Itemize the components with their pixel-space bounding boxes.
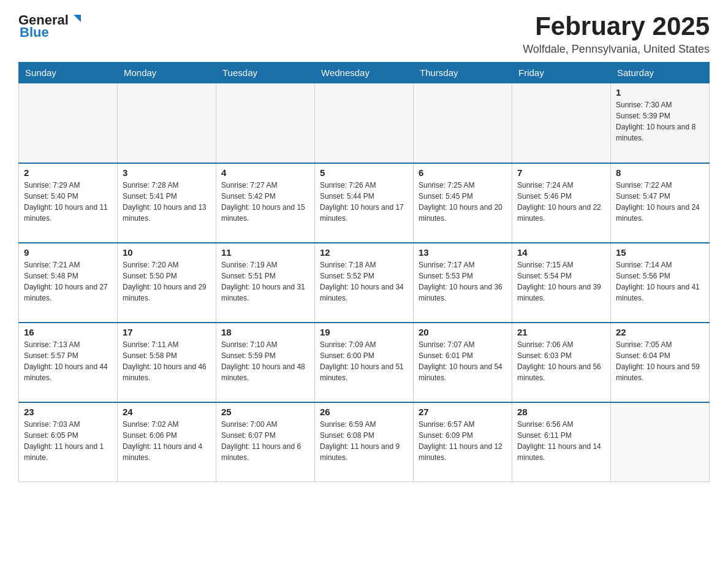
day-number: 22 [616, 327, 704, 337]
table-row: 15Sunrise: 7:14 AMSunset: 5:56 PMDayligh… [611, 243, 710, 323]
day-number: 4 [221, 167, 309, 178]
day-info: Sunrise: 7:20 AMSunset: 5:50 PMDaylight:… [123, 259, 211, 304]
daylight-text: Daylight: 10 hours and 56 minutes. [517, 361, 605, 383]
table-row: 8Sunrise: 7:22 AMSunset: 5:47 PMDaylight… [611, 163, 710, 243]
table-row: 5Sunrise: 7:26 AMSunset: 5:44 PMDaylight… [315, 163, 414, 243]
day-number: 14 [517, 247, 605, 258]
sunrise-text: Sunrise: 7:03 AM [24, 419, 112, 430]
day-info: Sunrise: 7:02 AMSunset: 6:06 PMDaylight:… [123, 419, 211, 463]
sunrise-text: Sunrise: 7:14 AM [616, 259, 704, 270]
table-row: 20Sunrise: 7:07 AMSunset: 6:01 PMDayligh… [414, 323, 512, 402]
table-row: 10Sunrise: 7:20 AMSunset: 5:50 PMDayligh… [118, 243, 216, 323]
day-info: Sunrise: 7:09 AMSunset: 6:00 PMDaylight:… [320, 339, 408, 383]
title-block: February 2025 Wolfdale, Pennsylvania, Un… [523, 12, 710, 56]
calendar-week-row: 2Sunrise: 7:29 AMSunset: 5:40 PMDaylight… [19, 163, 710, 243]
table-row [414, 83, 512, 163]
daylight-text: Daylight: 10 hours and 27 minutes. [24, 282, 112, 304]
calendar-week-row: 16Sunrise: 7:13 AMSunset: 5:57 PMDayligh… [19, 323, 710, 402]
table-row: 16Sunrise: 7:13 AMSunset: 5:57 PMDayligh… [19, 323, 118, 402]
month-title: February 2025 [523, 12, 710, 40]
table-row: 23Sunrise: 7:03 AMSunset: 6:05 PMDayligh… [19, 402, 118, 482]
daylight-text: Daylight: 10 hours and 41 minutes. [616, 282, 704, 304]
daylight-text: Daylight: 10 hours and 24 minutes. [616, 202, 704, 224]
day-number: 1 [616, 87, 704, 98]
day-number: 6 [419, 167, 507, 178]
day-info: Sunrise: 7:25 AMSunset: 5:45 PMDaylight:… [419, 180, 507, 224]
sunset-text: Sunset: 5:40 PM [24, 191, 112, 202]
sunrise-text: Sunrise: 7:15 AM [517, 259, 605, 270]
day-info: Sunrise: 7:06 AMSunset: 6:03 PMDaylight:… [517, 339, 605, 383]
sunrise-text: Sunrise: 7:30 AM [616, 99, 704, 110]
sunset-text: Sunset: 5:52 PM [320, 270, 408, 282]
sunset-text: Sunset: 5:48 PM [24, 270, 112, 282]
sunset-text: Sunset: 5:46 PM [517, 191, 605, 202]
sunrise-text: Sunrise: 7:29 AM [24, 180, 112, 191]
table-row: 4Sunrise: 7:27 AMSunset: 5:42 PMDaylight… [216, 163, 315, 243]
sunrise-text: Sunrise: 7:06 AM [517, 339, 605, 350]
day-number: 21 [517, 327, 605, 337]
day-info: Sunrise: 7:17 AMSunset: 5:53 PMDaylight:… [419, 259, 507, 304]
sunset-text: Sunset: 6:05 PM [24, 430, 112, 441]
sunset-text: Sunset: 5:53 PM [419, 270, 507, 282]
sunset-text: Sunset: 5:51 PM [221, 270, 309, 282]
sunrise-text: Sunrise: 7:10 AM [221, 339, 309, 350]
sunset-text: Sunset: 5:39 PM [616, 110, 704, 121]
daylight-text: Daylight: 10 hours and 34 minutes. [320, 282, 408, 304]
table-row: 3Sunrise: 7:28 AMSunset: 5:41 PMDaylight… [118, 163, 216, 243]
daylight-text: Daylight: 10 hours and 8 minutes. [616, 121, 704, 144]
day-info: Sunrise: 7:27 AMSunset: 5:42 PMDaylight:… [221, 180, 309, 224]
day-info: Sunrise: 7:28 AMSunset: 5:41 PMDaylight:… [123, 180, 211, 224]
logo: General Blue [18, 12, 83, 40]
calendar-table: Sunday Monday Tuesday Wednesday Thursday… [18, 62, 710, 482]
table-row [118, 83, 216, 163]
sunset-text: Sunset: 5:45 PM [419, 191, 507, 202]
table-row: 7Sunrise: 7:24 AMSunset: 5:46 PMDaylight… [512, 163, 611, 243]
sunset-text: Sunset: 5:50 PM [123, 270, 211, 282]
daylight-text: Daylight: 11 hours and 12 minutes. [419, 441, 507, 463]
day-info: Sunrise: 7:14 AMSunset: 5:56 PMDaylight:… [616, 259, 704, 304]
table-row: 17Sunrise: 7:11 AMSunset: 5:58 PMDayligh… [118, 323, 216, 402]
header-monday: Monday [118, 63, 216, 83]
sunrise-text: Sunrise: 7:07 AM [419, 339, 507, 350]
day-info: Sunrise: 6:57 AMSunset: 6:09 PMDaylight:… [419, 419, 507, 463]
day-number: 2 [24, 167, 112, 178]
sunrise-text: Sunrise: 7:09 AM [320, 339, 408, 350]
sunset-text: Sunset: 6:08 PM [320, 430, 408, 441]
day-number: 25 [221, 407, 309, 417]
daylight-text: Daylight: 11 hours and 4 minutes. [123, 441, 211, 463]
table-row [611, 402, 710, 482]
day-info: Sunrise: 7:15 AMSunset: 5:54 PMDaylight:… [517, 259, 605, 304]
day-info: Sunrise: 7:26 AMSunset: 5:44 PMDaylight:… [320, 180, 408, 224]
daylight-text: Daylight: 10 hours and 13 minutes. [123, 202, 211, 224]
table-row: 2Sunrise: 7:29 AMSunset: 5:40 PMDaylight… [19, 163, 118, 243]
table-row [315, 83, 414, 163]
day-info: Sunrise: 7:07 AMSunset: 6:01 PMDaylight:… [419, 339, 507, 383]
day-info: Sunrise: 7:13 AMSunset: 5:57 PMDaylight:… [24, 339, 112, 383]
day-number: 28 [517, 407, 605, 417]
day-info: Sunrise: 7:29 AMSunset: 5:40 PMDaylight:… [24, 180, 112, 224]
sunset-text: Sunset: 6:06 PM [123, 430, 211, 441]
sunrise-text: Sunrise: 6:57 AM [419, 419, 507, 430]
sunset-text: Sunset: 5:42 PM [221, 191, 309, 202]
calendar-week-row: 9Sunrise: 7:21 AMSunset: 5:48 PMDaylight… [19, 243, 710, 323]
daylight-text: Daylight: 11 hours and 14 minutes. [517, 441, 605, 463]
table-row: 12Sunrise: 7:18 AMSunset: 5:52 PMDayligh… [315, 243, 414, 323]
sunrise-text: Sunrise: 6:56 AM [517, 419, 605, 430]
sunrise-text: Sunrise: 7:22 AM [616, 180, 704, 191]
daylight-text: Daylight: 11 hours and 1 minute. [24, 441, 112, 463]
location-title: Wolfdale, Pennsylvania, United States [523, 43, 710, 56]
sunrise-text: Sunrise: 7:19 AM [221, 259, 309, 270]
table-row: 24Sunrise: 7:02 AMSunset: 6:06 PMDayligh… [118, 402, 216, 482]
sunrise-text: Sunrise: 7:27 AM [221, 180, 309, 191]
table-row: 1Sunrise: 7:30 AMSunset: 5:39 PMDaylight… [611, 83, 710, 163]
svg-marker-0 [74, 15, 81, 22]
daylight-text: Daylight: 10 hours and 59 minutes. [616, 361, 704, 383]
table-row: 14Sunrise: 7:15 AMSunset: 5:54 PMDayligh… [512, 243, 611, 323]
sunset-text: Sunset: 6:09 PM [419, 430, 507, 441]
sunrise-text: Sunrise: 7:21 AM [24, 259, 112, 270]
sunrise-text: Sunrise: 7:24 AM [517, 180, 605, 191]
sunset-text: Sunset: 6:07 PM [221, 430, 309, 441]
sunrise-text: Sunrise: 7:25 AM [419, 180, 507, 191]
table-row: 25Sunrise: 7:00 AMSunset: 6:07 PMDayligh… [216, 402, 315, 482]
header-sunday: Sunday [19, 63, 118, 83]
